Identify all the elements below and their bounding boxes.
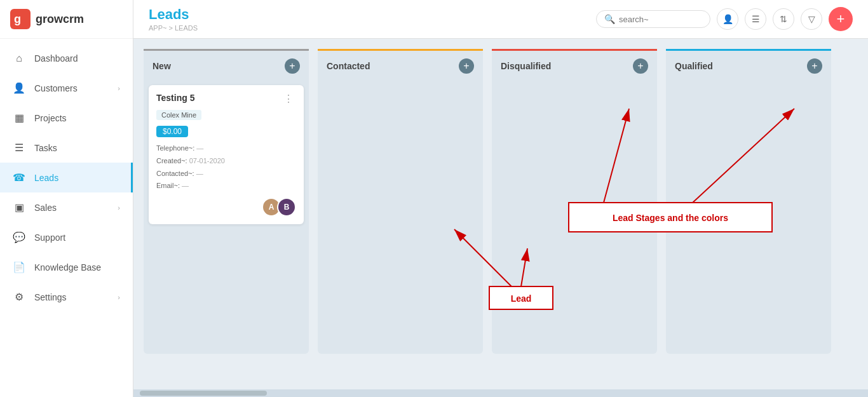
breadcrumb-app: APP~ xyxy=(149,24,166,32)
kanban-board: New + Testing 5 ⋮ Colex Mine $0.00 Telep… xyxy=(133,39,868,389)
knowledge-base-icon: 📄 xyxy=(13,261,25,273)
card-avatars: A B xyxy=(156,198,296,217)
column-body-new: Testing 5 ⋮ Colex Mine $0.00 Telephone~:… xyxy=(144,80,309,354)
column-header-new: New + xyxy=(144,49,309,80)
column-new: New + Testing 5 ⋮ Colex Mine $0.00 Telep… xyxy=(144,49,309,354)
column-title-disqualified: Disqualified xyxy=(501,61,551,71)
sidebar-label-sales: Sales xyxy=(34,203,109,213)
sales-icon: ▣ xyxy=(13,201,25,213)
column-body-qualified xyxy=(666,80,831,354)
column-body-contacted xyxy=(318,80,483,354)
search-box[interactable]: 🔍 xyxy=(596,10,710,28)
card-tag: Colex Mine xyxy=(156,110,201,120)
scrollbar[interactable] xyxy=(133,389,868,397)
settings-icon: ⚙ xyxy=(13,291,25,303)
sidebar-label-customers: Customers xyxy=(34,83,109,93)
column-disqualified: Disqualified + xyxy=(492,49,657,354)
column-title-qualified: Qualified xyxy=(675,61,713,71)
tasks-icon: ☰ xyxy=(13,142,25,154)
leads-icon: ☎ xyxy=(13,172,25,184)
card-amount: $0.00 xyxy=(156,126,188,137)
support-icon: 💬 xyxy=(13,231,25,243)
sidebar-label-support: Support xyxy=(34,232,120,243)
nav-menu: ⌂ Dashboard 👤 Customers › ▦ Projects ☰ T… xyxy=(0,39,133,397)
breadcrumb: APP~ > LEADS xyxy=(149,24,198,32)
column-contacted: Contacted + xyxy=(318,49,483,354)
sidebar-label-leads: Leads xyxy=(34,173,118,183)
sidebar-label-projects: Projects xyxy=(34,113,120,123)
card-header: Testing 5 ⋮ xyxy=(156,93,296,105)
chevron-icon: › xyxy=(118,84,120,92)
sidebar-item-sales[interactable]: ▣ Sales › xyxy=(0,192,133,222)
column-header-disqualified: Disqualified + xyxy=(492,49,657,80)
sidebar: g growcrm ⌂ Dashboard 👤 Customers › ▦ Pr… xyxy=(0,0,133,397)
sidebar-item-dashboard[interactable]: ⌂ Dashboard xyxy=(0,44,133,73)
logo-area: g growcrm xyxy=(0,0,133,39)
sort-button[interactable]: ⇅ xyxy=(773,8,794,30)
svg-text:g: g xyxy=(14,13,21,25)
column-body-disqualified xyxy=(492,80,657,354)
breadcrumb-sep: > xyxy=(169,24,173,32)
sidebar-item-settings[interactable]: ⚙ Settings › xyxy=(0,282,133,312)
add-button[interactable]: + xyxy=(829,7,853,31)
sidebar-label-tasks: Tasks xyxy=(34,143,120,153)
add-card-button-disqualified[interactable]: + xyxy=(633,58,648,74)
sidebar-item-tasks[interactable]: ☰ Tasks xyxy=(0,133,133,163)
kanban-wrapper: New + Testing 5 ⋮ Colex Mine $0.00 Telep… xyxy=(133,39,868,397)
customers-icon: 👤 xyxy=(13,82,25,94)
sidebar-label-dashboard: Dashboard xyxy=(34,53,120,64)
dashboard-icon: ⌂ xyxy=(13,53,25,64)
column-title-contacted: Contacted xyxy=(327,61,370,71)
header-actions: 🔍 👤 ☰ ⇅ ▽ + xyxy=(596,7,853,31)
add-card-button-new[interactable]: + xyxy=(285,58,300,74)
avatar-2: B xyxy=(277,198,296,217)
column-qualified: Qualified + xyxy=(666,49,831,354)
chevron-icon: › xyxy=(118,204,120,212)
column-title-new: New xyxy=(153,61,171,71)
logo-icon: g xyxy=(10,9,31,29)
search-icon: 🔍 xyxy=(604,14,615,24)
column-header-qualified: Qualified + xyxy=(666,49,831,80)
sidebar-item-projects[interactable]: ▦ Projects xyxy=(0,103,133,133)
sidebar-item-leads[interactable]: ☎ Leads xyxy=(0,163,133,192)
column-header-contacted: Contacted + xyxy=(318,49,483,80)
add-card-button-contacted[interactable]: + xyxy=(459,58,474,74)
scrollbar-thumb[interactable] xyxy=(140,391,267,396)
list-view-button[interactable]: ☰ xyxy=(745,8,766,30)
profile-button[interactable]: 👤 xyxy=(717,8,738,30)
breadcrumb-page: LEADS xyxy=(175,24,198,32)
card-info: Telephone~: — Created~: 07-01-2020 Conta… xyxy=(156,142,296,192)
page-title: Leads xyxy=(149,6,198,23)
add-card-button-qualified[interactable]: + xyxy=(807,58,822,74)
filter-button[interactable]: ▽ xyxy=(801,8,822,30)
card-menu-button[interactable]: ⋮ xyxy=(281,93,296,105)
main-content: Leads APP~ > LEADS 🔍 👤 ☰ ⇅ ▽ + New xyxy=(133,0,868,397)
sidebar-item-customers[interactable]: 👤 Customers › xyxy=(0,73,133,103)
chevron-icon: › xyxy=(118,293,120,301)
page-header: Leads APP~ > LEADS 🔍 👤 ☰ ⇅ ▽ + xyxy=(133,0,868,39)
lead-card-card1[interactable]: Testing 5 ⋮ Colex Mine $0.00 Telephone~:… xyxy=(149,85,304,224)
sidebar-label-knowledge-base: Knowledge Base xyxy=(34,262,120,273)
projects-icon: ▦ xyxy=(13,112,25,124)
sidebar-label-settings: Settings xyxy=(34,292,109,302)
card-title: Testing 5 xyxy=(156,93,194,103)
sidebar-item-support[interactable]: 💬 Support xyxy=(0,222,133,252)
app-name: growcrm xyxy=(36,13,84,26)
sidebar-item-knowledge-base[interactable]: 📄 Knowledge Base xyxy=(0,252,133,282)
search-input[interactable] xyxy=(619,15,702,24)
header-left: Leads APP~ > LEADS xyxy=(149,6,198,32)
